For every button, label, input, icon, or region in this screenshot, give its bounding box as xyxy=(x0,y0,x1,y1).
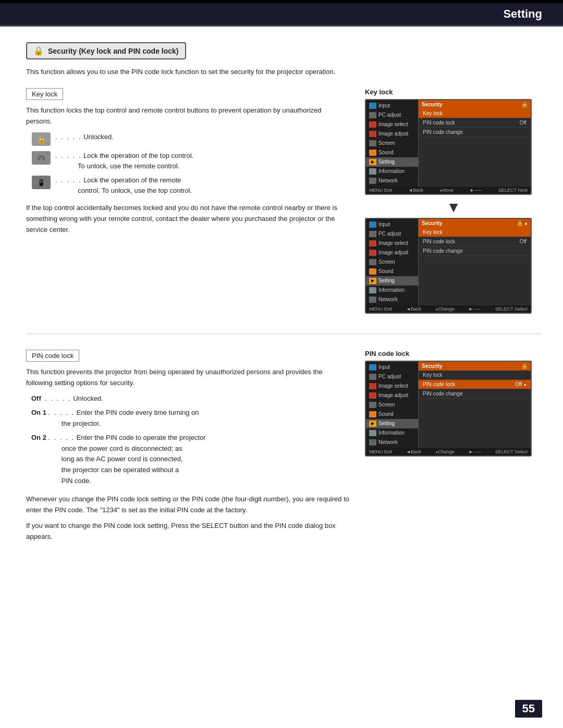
screen-icon xyxy=(369,140,376,146)
sidebar2-information: Information xyxy=(366,286,418,295)
sidebar-item-imageselect: Image select xyxy=(366,120,418,129)
network-icon xyxy=(369,178,376,184)
remote-lock-icon: 📱 xyxy=(32,176,51,189)
proj-bottom-3: MENU Exit ◄Back ⬧Change ►----- SELECT Se… xyxy=(366,448,531,455)
sound-icon xyxy=(369,150,376,156)
page-title: Setting xyxy=(503,7,542,20)
s2-input-icon xyxy=(369,221,376,228)
pin-code-box: PIN code lock xyxy=(26,350,79,362)
panel3-keylock: Key lock xyxy=(419,371,531,380)
sidebar-item-pcadjust: PC adjust xyxy=(366,110,418,120)
s3-input-icon xyxy=(369,364,376,371)
s2-screen-icon xyxy=(369,259,376,265)
panel-item-pinlock: PIN code lock Off xyxy=(419,118,531,128)
sidebar2-input: Input xyxy=(366,220,418,229)
sidebar-item-input: Input xyxy=(366,101,418,110)
key-lock-screenshots: Key lock Input PC adjust xyxy=(365,88,542,318)
s2-sound-icon xyxy=(369,268,376,275)
section-title-bar: 🔒 Security (Key lock and PIN code lock) xyxy=(26,42,186,59)
proj-bottom-2: MENU Exit ◄Back ⬧Change ►----- SELECT Se… xyxy=(366,305,531,313)
pin-screenshots: PIN code lock Input PC adjust xyxy=(365,350,542,548)
input-icon xyxy=(369,103,376,109)
sidebar-item-network: Network xyxy=(366,176,418,186)
pin-option-on2: On 2 . . . . . Enter the PIN code to ope… xyxy=(31,433,349,487)
unlocked-desc: . . . . . Unlocked. xyxy=(55,132,114,142)
top-lock-desc: . . . . . Lock the operation of the top … xyxy=(55,151,193,171)
proj-panel-header-2: Security 🔒 ⬧ xyxy=(419,219,531,228)
proj-panel-1: Security 🔒 Key lock PIN code lock Off xyxy=(418,100,531,187)
proj-sidebar-2: Input PC adjust Image select Image xyxy=(366,219,418,305)
proj-panel-2: Security 🔒 ⬧ Key lock PIN code lock Off xyxy=(418,219,531,305)
list-item: 🔓 . . . . . Unlocked. xyxy=(31,132,349,146)
sidebar3-imageadjust: Image adjust xyxy=(366,391,418,400)
proj-body-3: Input PC adjust Image select Image xyxy=(366,362,531,448)
s3-sound-icon xyxy=(369,411,376,417)
pin-screenshot-label: PIN code lock xyxy=(365,350,542,357)
key-lock-warning: If the top control accidentally becomes … xyxy=(26,203,349,235)
s3-setting-icon: ▶ xyxy=(369,421,376,427)
panel3-pinlock: PIN code lock Off ⬧ xyxy=(419,380,531,389)
pin-note2: If you want to change the PIN code lock … xyxy=(26,521,349,542)
key-lock-icon-list: 🔓 . . . . . Unlocked. 🎮 . . . . . Lock t… xyxy=(31,132,349,195)
key-lock-section: Key lock This function locks the top con… xyxy=(26,88,542,318)
lock-icon: 🔒 xyxy=(33,46,44,56)
setting-icon: ▶ xyxy=(369,159,376,165)
projector-screen-1: Input PC adjust Image select Image xyxy=(365,99,532,195)
sidebar-item-information: Information xyxy=(366,167,418,176)
main-content: 🔒 Security (Key lock and PIN code lock) … xyxy=(0,27,563,584)
proj-panel-3: Security 🔒 Key lock PIN code lock Off ⬧ xyxy=(418,362,531,448)
s2-information-icon xyxy=(369,287,376,293)
pin-note1: Whenever you change the PIN code lock se… xyxy=(26,494,349,516)
imageadjust-icon xyxy=(369,131,376,137)
sidebar2-setting: ▶ Setting xyxy=(366,276,418,286)
sidebar3-imageselect: Image select xyxy=(366,381,418,391)
sidebar-item-imageadjust: Image adjust xyxy=(366,129,418,139)
panel-item-pinchange: PIN code change xyxy=(419,128,531,137)
panel-item-keylock-h: Key lock xyxy=(419,109,531,118)
sidebar3-input: Input xyxy=(366,363,418,372)
sidebar2-imageselect: Image select xyxy=(366,239,418,248)
projector-screen-2: Input PC adjust Image select Image xyxy=(365,218,532,314)
sidebar3-information: Information xyxy=(366,428,418,438)
key-lock-box: Key lock xyxy=(26,88,63,100)
top-lock-icon-placeholder: 🎮 xyxy=(31,151,51,165)
s3-imageadjust-icon xyxy=(369,392,376,399)
information-icon xyxy=(369,168,376,175)
screenshot-label-1: Key lock xyxy=(365,88,542,96)
sidebar3-setting: ▶ Setting xyxy=(366,419,418,428)
security-title: Security (Key lock and PIN code lock) xyxy=(48,47,179,55)
sidebar2-screen: Screen xyxy=(366,257,418,267)
proj-sidebar-3: Input PC adjust Image select Image xyxy=(366,362,418,448)
proj-sidebar-1: Input PC adjust Image select Image xyxy=(366,100,418,187)
s3-network-icon xyxy=(369,439,376,446)
sidebar-item-setting: ▶ Setting xyxy=(366,157,418,167)
pcadjust-icon xyxy=(369,112,376,118)
sidebar3-sound: Sound xyxy=(366,410,418,419)
pin-left: PIN code lock This function prevents the… xyxy=(26,350,349,548)
s3-screen-icon xyxy=(369,402,376,408)
unlocked-icon-placeholder: 🔓 xyxy=(31,132,51,146)
proj-body-1: Input PC adjust Image select Image xyxy=(366,100,531,187)
pin-code-section: PIN code lock This function prevents the… xyxy=(26,350,542,548)
security-section: 🔒 Security (Key lock and PIN code lock) … xyxy=(26,42,542,78)
s2-imageselect-icon xyxy=(369,240,376,246)
sidebar3-network: Network xyxy=(366,438,418,447)
key-lock-left: Key lock This function locks the top con… xyxy=(26,88,349,318)
page-number: 55 xyxy=(515,700,542,718)
panel2-pinchange: PIN code change xyxy=(419,246,531,256)
sidebar2-pcadjust: PC adjust xyxy=(366,229,418,239)
sidebar3-pcadjust: PC adjust xyxy=(366,372,418,381)
sidebar-item-screen: Screen xyxy=(366,139,418,148)
remote-lock-desc: . . . . . Lock the operation of the remo… xyxy=(55,175,192,195)
page-header: Setting xyxy=(0,3,563,27)
pin-options: Off . . . . . Unlocked. On 1 . . . . . E… xyxy=(31,393,349,486)
pin-option-on1: On 1 . . . . . Enter the PIN code every … xyxy=(31,408,349,429)
panel2-keylock: Key lock xyxy=(419,228,531,237)
s2-pcadjust-icon xyxy=(369,231,376,237)
pin-option-off: Off . . . . . Unlocked. xyxy=(31,393,349,404)
imageselect-icon xyxy=(369,121,376,128)
panel2-pinlock: PIN code lock Off xyxy=(419,237,531,246)
sidebar2-sound: Sound xyxy=(366,267,418,276)
s2-imageadjust-icon xyxy=(369,250,376,256)
proj-panel-header-3: Security 🔒 xyxy=(419,362,531,371)
